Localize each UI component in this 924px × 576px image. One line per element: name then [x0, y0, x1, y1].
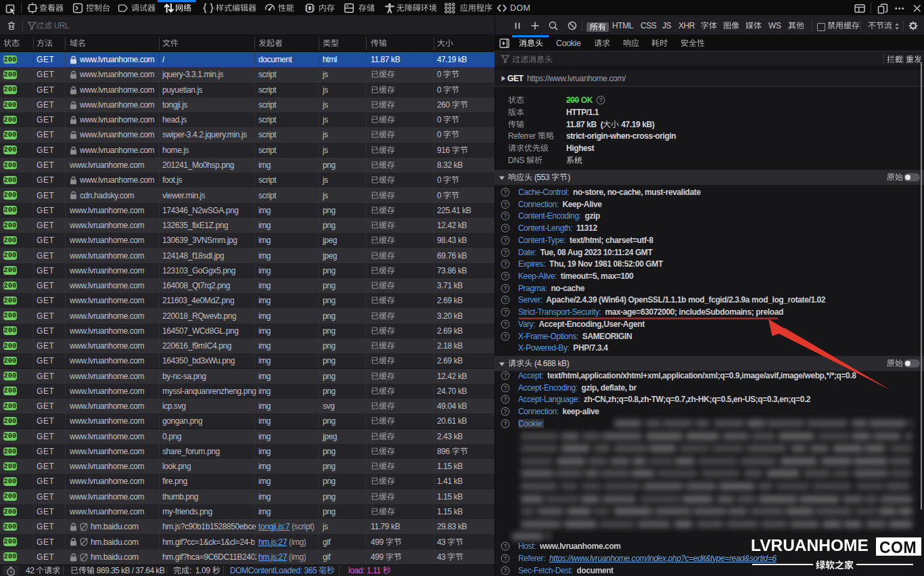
svg-text:?: ? [504, 213, 507, 219]
svg-text:?: ? [504, 201, 507, 208]
svg-text:?: ? [504, 249, 507, 256]
svg-text:?: ? [504, 555, 507, 562]
svg-text:?: ? [504, 273, 507, 280]
svg-text:?: ? [504, 408, 507, 415]
svg-text:?: ? [504, 420, 507, 427]
svg-text:?: ? [599, 97, 603, 104]
svg-text:?: ? [504, 237, 507, 244]
svg-text:?: ? [504, 567, 507, 574]
svg-text:?: ? [504, 285, 507, 292]
svg-text:?: ? [504, 189, 507, 196]
svg-text:?: ? [504, 543, 507, 550]
svg-text:?: ? [504, 225, 507, 231]
svg-text:?: ? [504, 261, 507, 267]
